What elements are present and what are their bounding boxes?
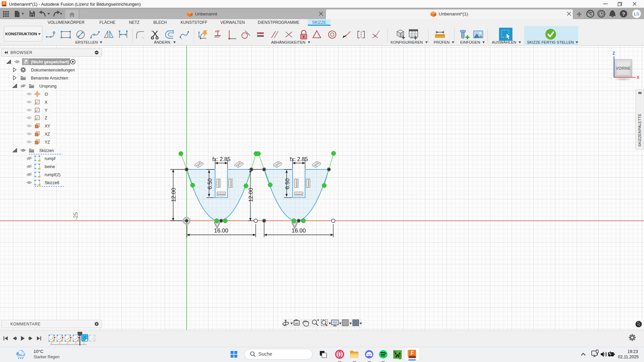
- svg-text:Suche: Suche: [258, 351, 272, 357]
- svg-text:EINFÜGEN: EINFÜGEN: [460, 40, 480, 44]
- svg-text:Skizzen: Skizzen: [39, 148, 54, 153]
- svg-text:LS: LS: [634, 12, 639, 16]
- svg-text:Ursprung: Ursprung: [39, 84, 56, 89]
- svg-text:XY: XY: [45, 124, 50, 128]
- svg-text:SKIZZE: SKIZZE: [312, 20, 326, 25]
- svg-text:X: X: [45, 100, 48, 105]
- svg-text:ÄNDERN: ÄNDERN: [154, 40, 170, 44]
- svg-text:fx: 2.85: fx: 2.85: [290, 156, 308, 162]
- svg-text:Unbenannt: Unbenannt: [195, 11, 217, 16]
- svg-text:O: O: [45, 92, 48, 97]
- svg-text:SKIZZE FERTIG STELLEN: SKIZZE FERTIG STELLEN: [527, 40, 574, 44]
- svg-text:KOMMENTARE: KOMMENTARE: [10, 322, 41, 326]
- svg-text:02.11.2025: 02.11.2025: [618, 355, 639, 359]
- svg-text:VERWALTEN: VERWALTEN: [220, 20, 245, 25]
- svg-text:-25: -25: [73, 212, 79, 220]
- svg-text:Starker Regen: Starker Regen: [34, 355, 59, 359]
- svg-text:VORNE: VORNE: [616, 66, 631, 71]
- svg-text:6.50: 6.50: [207, 178, 213, 189]
- svg-text:KONFIGURIEREN: KONFIGURIEREN: [391, 40, 423, 44]
- svg-text:Dokumenteinstellungen: Dokumenteinstellungen: [31, 68, 75, 72]
- svg-text:Y: Y: [45, 108, 48, 113]
- svg-text:19:23: 19:23: [628, 349, 638, 354]
- svg-text:rumpf(2): rumpf(2): [45, 172, 60, 177]
- svg-text:Z: Z: [612, 51, 615, 56]
- svg-text:PRÜFEN: PRÜFEN: [434, 40, 449, 44]
- svg-text:Benannte Ansichten: Benannte Ansichten: [31, 76, 68, 81]
- svg-text:ABHÄNGIGKEITEN: ABHÄNGIGKEITEN: [271, 40, 305, 44]
- svg-text:16.00: 16.00: [214, 227, 229, 234]
- svg-text:X: X: [637, 75, 640, 80]
- svg-text:F: F: [411, 350, 414, 356]
- svg-text:fx: 2.85: fx: 2.85: [212, 156, 230, 162]
- svg-text:12.00: 12.00: [170, 188, 177, 202]
- svg-text:YZ: YZ: [45, 140, 50, 145]
- svg-text:XZ: XZ: [45, 132, 50, 137]
- svg-text:?: ?: [622, 11, 625, 17]
- svg-text:(Nicht gespeichert): (Nicht gespeichert): [31, 60, 69, 64]
- svg-text:Unbenannt*(1) - Autodesk Fusio: Unbenannt*(1) - Autodesk Fusion (Lizenz …: [9, 2, 141, 7]
- svg-text:NETZ: NETZ: [129, 20, 139, 25]
- svg-text:beine: beine: [45, 164, 55, 169]
- svg-text:Skizze6: Skizze6: [45, 180, 59, 185]
- svg-text:6.50: 6.50: [284, 178, 291, 189]
- svg-text:VOLUMENKÖRPER: VOLUMENKÖRPER: [48, 20, 85, 25]
- svg-text:Unbenannt*(1): Unbenannt*(1): [439, 11, 468, 16]
- svg-text:12.00: 12.00: [248, 188, 254, 202]
- svg-text:10°C: 10°C: [34, 349, 43, 354]
- svg-text:rumpf: rumpf: [45, 156, 55, 161]
- svg-text:F: F: [3, 2, 5, 5]
- svg-text:Z: Z: [45, 116, 47, 120]
- svg-text:ERSTELLEN: ERSTELLEN: [75, 40, 98, 44]
- svg-text:KONSTRUKTION: KONSTRUKTION: [5, 32, 37, 36]
- svg-text:16.00: 16.00: [292, 227, 306, 234]
- svg-text:BROWSER: BROWSER: [10, 50, 33, 55]
- svg-text:BLECH: BLECH: [153, 20, 167, 25]
- svg-text:SKIZZENPALETTE: SKIZZENPALETTE: [638, 113, 642, 147]
- svg-text:KUNSTSTOFF: KUNSTSTOFF: [181, 20, 207, 25]
- svg-text:DIENSTPROGRAMME: DIENSTPROGRAMME: [258, 20, 299, 25]
- svg-text:FLÄCHE: FLÄCHE: [99, 20, 115, 25]
